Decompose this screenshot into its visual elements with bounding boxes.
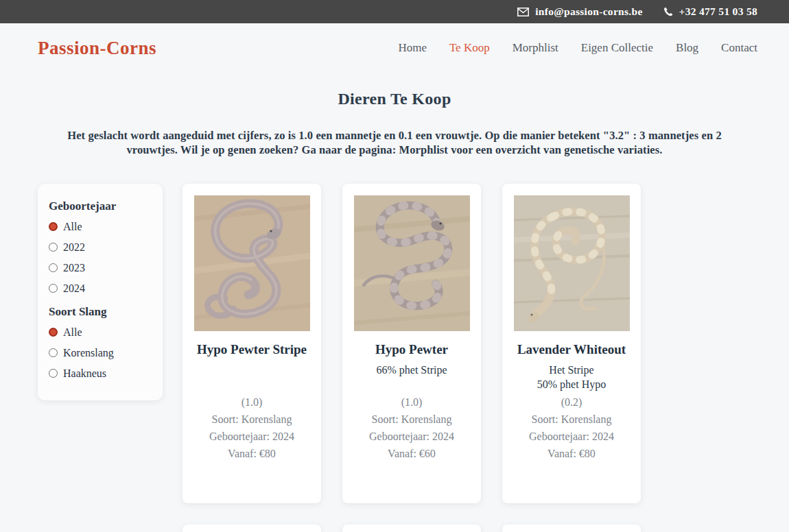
product-geboortejaar: Geboortejaar: 2024 bbox=[193, 428, 310, 446]
radio-selected-icon bbox=[49, 328, 58, 337]
product-sex: (1.0) bbox=[353, 394, 470, 411]
filter-title-geboortejaar: Geboortejaar bbox=[49, 200, 152, 213]
product-geboortejaar: Geboortejaar: 2024 bbox=[353, 428, 470, 446]
phone-icon bbox=[663, 7, 673, 16]
radio-soort-alle[interactable]: Alle bbox=[49, 322, 152, 343]
radio-label: Korenslang bbox=[63, 347, 114, 359]
topbar-email-link[interactable]: info@passion-corns.be bbox=[517, 5, 642, 18]
radio-soort-korenslang[interactable]: Korenslang bbox=[49, 343, 152, 363]
radio-icon bbox=[49, 369, 58, 378]
product-card-partial[interactable] bbox=[502, 524, 641, 532]
radio-label: 2022 bbox=[63, 241, 85, 254]
nav-blog[interactable]: Blog bbox=[676, 41, 698, 55]
page-title: Dieren Te Koop bbox=[0, 90, 789, 108]
product-vanaf-price: Vanaf: €60 bbox=[353, 446, 470, 463]
main-nav: Home Te Koop Morphlist Eigen Collectie B… bbox=[398, 41, 757, 55]
corn-snake-photo bbox=[194, 195, 310, 331]
topbar: info@passion-corns.be +32 477 51 03 58 bbox=[0, 0, 789, 23]
product-vanaf-price: Vanaf: €80 bbox=[513, 446, 630, 463]
site-header: Passion-Corns Home Te Koop Morphlist Eig… bbox=[0, 23, 789, 73]
product-details: (0.2) Soort: Korenslang Geboortejaar: 20… bbox=[513, 394, 630, 463]
topbar-phone-text: +32 477 51 03 58 bbox=[679, 5, 757, 18]
product-sex: (1.0) bbox=[193, 394, 310, 411]
nav-te-koop[interactable]: Te Koop bbox=[449, 41, 490, 55]
radio-soort-haakneus[interactable]: Haakneus bbox=[49, 363, 152, 384]
product-sex: (0.2) bbox=[513, 394, 630, 411]
radio-selected-icon bbox=[49, 222, 58, 231]
product-photo bbox=[194, 195, 310, 331]
nav-morphlist[interactable]: Morphlist bbox=[513, 41, 558, 55]
content-area: Geboortejaar Alle 2022 2023 2024 Soort S… bbox=[0, 184, 789, 532]
radio-label: 2024 bbox=[63, 282, 85, 295]
radio-icon bbox=[49, 348, 58, 357]
radio-label: Alle bbox=[63, 221, 82, 233]
radio-icon bbox=[49, 263, 58, 272]
radio-label: Alle bbox=[63, 326, 82, 339]
filter-title-soort-slang: Soort Slang bbox=[49, 305, 152, 319]
radio-geboortejaar-2022[interactable]: 2022 bbox=[49, 237, 152, 258]
radio-geboortejaar-alle[interactable]: Alle bbox=[49, 217, 152, 237]
nav-eigen-collectie[interactable]: Eigen Collectie bbox=[581, 41, 653, 55]
product-photo bbox=[354, 195, 470, 331]
corn-snake-photo bbox=[514, 195, 630, 331]
product-subtitle bbox=[193, 363, 310, 394]
page-root: info@passion-corns.be +32 477 51 03 58 P… bbox=[0, 0, 789, 532]
intro-text: Het geslacht wordt aangeduid met cijfers… bbox=[64, 128, 726, 158]
product-subtitle: 66% phet Stripe bbox=[353, 363, 470, 394]
site-logo[interactable]: Passion-Corns bbox=[38, 38, 156, 59]
product-title: Hypo Pewter Stripe bbox=[193, 342, 310, 358]
product-grid: Hypo Pewter Stripe (1.0) Soort: Korensla… bbox=[182, 184, 663, 532]
product-soort: Soort: Korenslang bbox=[513, 411, 630, 428]
radio-label: Haakneus bbox=[63, 367, 106, 380]
topbar-phone-link[interactable]: +32 477 51 03 58 bbox=[663, 5, 757, 18]
radio-geboortejaar-2024[interactable]: 2024 bbox=[49, 278, 152, 299]
product-soort: Soort: Korenslang bbox=[193, 411, 310, 428]
product-subtitle: Het Stripe 50% phet Hypo bbox=[513, 363, 630, 394]
product-title: Lavender Whiteout bbox=[513, 342, 630, 358]
product-photo bbox=[514, 195, 630, 331]
product-vanaf-price: Vanaf: €80 bbox=[193, 446, 310, 463]
product-card-partial[interactable] bbox=[342, 524, 481, 532]
product-details: (1.0) Soort: Korenslang Geboortejaar: 20… bbox=[193, 394, 310, 463]
nav-home[interactable]: Home bbox=[398, 41, 427, 55]
radio-icon bbox=[49, 243, 58, 252]
product-card-partial[interactable] bbox=[182, 524, 321, 532]
product-card-lavender-whiteout[interactable]: Lavender Whiteout Het Stripe 50% phet Hy… bbox=[502, 184, 641, 503]
corn-snake-photo bbox=[354, 195, 470, 331]
nav-contact[interactable]: Contact bbox=[721, 41, 757, 55]
product-soort: Soort: Korenslang bbox=[353, 411, 470, 428]
product-card-hypo-pewter[interactable]: Hypo Pewter 66% phet Stripe (1.0) Soort:… bbox=[342, 184, 481, 503]
radio-label: 2023 bbox=[63, 262, 85, 274]
radio-geboortejaar-2023[interactable]: 2023 bbox=[49, 258, 152, 278]
product-details: (1.0) Soort: Korenslang Geboortejaar: 20… bbox=[353, 394, 470, 463]
product-card-hypo-pewter-stripe[interactable]: Hypo Pewter Stripe (1.0) Soort: Korensla… bbox=[182, 184, 321, 503]
product-geboortejaar: Geboortejaar: 2024 bbox=[513, 428, 630, 446]
email-icon bbox=[517, 8, 529, 16]
product-title: Hypo Pewter bbox=[353, 342, 470, 358]
radio-icon bbox=[49, 284, 58, 293]
filter-panel: Geboortejaar Alle 2022 2023 2024 Soort S… bbox=[38, 184, 163, 400]
topbar-email-text: info@passion-corns.be bbox=[535, 5, 642, 18]
